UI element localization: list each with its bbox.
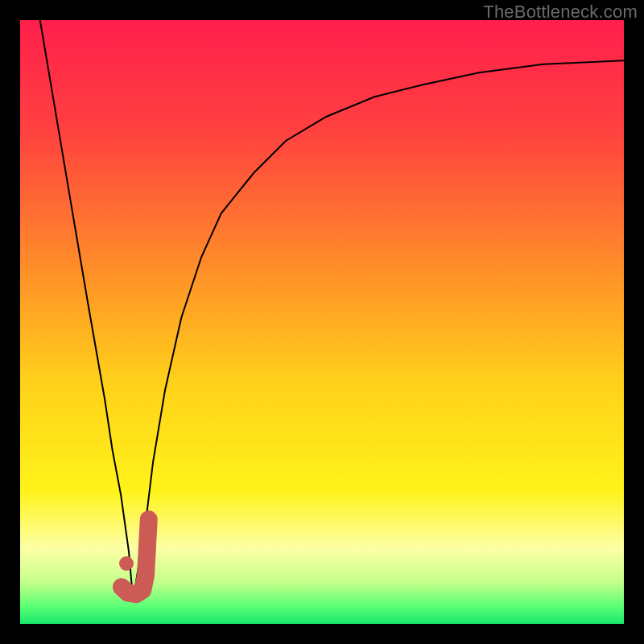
plot-area <box>20 20 624 624</box>
j-marker-dot <box>119 556 134 571</box>
plot-svg <box>20 20 624 624</box>
chart-frame: TheBottleneck.com <box>0 0 644 644</box>
gradient-background <box>20 20 624 624</box>
